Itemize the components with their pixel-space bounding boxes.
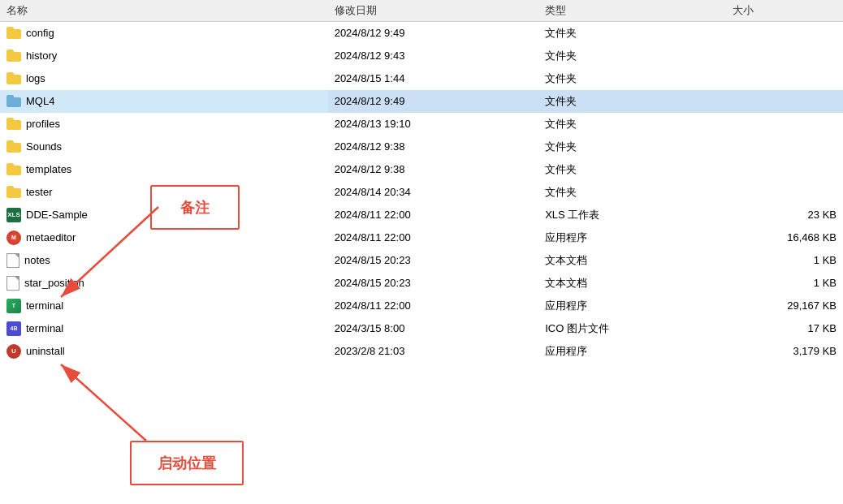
table-row[interactable]: logs2024/8/15 1:44文件夹 <box>0 67 843 90</box>
txt-icon <box>6 276 19 291</box>
file-date: 2024/3/15 8:00 <box>328 317 539 340</box>
file-name: uninstall <box>26 345 65 357</box>
table-row[interactable]: MQL42024/8/12 9:49文件夹 <box>0 90 843 113</box>
file-size: 23 KB <box>726 204 843 226</box>
table-row[interactable]: templates2024/8/12 9:38文件夹 <box>0 158 843 181</box>
file-size: 3,179 KB <box>726 340 843 363</box>
file-name: MQL4 <box>26 95 54 107</box>
file-size <box>726 67 843 90</box>
table-row[interactable]: notes2024/8/15 20:23文本文档1 KB <box>0 249 843 272</box>
file-name: config <box>26 27 54 39</box>
uninstall-icon: U <box>6 344 21 359</box>
col-header-name[interactable]: 名称 <box>0 0 328 22</box>
file-type: 文件夹 <box>538 22 726 45</box>
metaeditor-icon: M <box>6 230 21 245</box>
file-type: 文件夹 <box>538 158 726 181</box>
folder-icon <box>6 163 21 175</box>
file-type: 应用程序 <box>538 226 726 249</box>
file-size: 1 KB <box>726 272 843 295</box>
file-date: 2024/8/12 9:49 <box>328 22 539 45</box>
table-row[interactable]: Sounds2024/8/12 9:38文件夹 <box>0 136 843 158</box>
file-date: 2024/8/13 19:10 <box>328 113 539 136</box>
file-date: 2024/8/12 9:49 <box>328 90 539 113</box>
file-size <box>726 113 843 136</box>
file-type: 文件夹 <box>538 113 726 136</box>
folder-icon <box>6 27 21 39</box>
file-date: 2024/8/11 22:00 <box>328 226 539 249</box>
folder-icon <box>6 186 21 198</box>
col-header-size[interactable]: 大小 <box>726 0 843 22</box>
file-name: templates <box>26 163 71 175</box>
file-date: 2024/8/15 1:44 <box>328 67 539 90</box>
file-date: 2024/8/11 22:00 <box>328 295 539 317</box>
file-type: 应用程序 <box>538 340 726 363</box>
file-type: 文本文档 <box>538 249 726 272</box>
file-name: tester <box>26 186 53 198</box>
file-type: 文件夹 <box>538 45 726 67</box>
xls-icon: XLS <box>6 208 21 222</box>
file-size: 1 KB <box>726 249 843 272</box>
file-list: 名称 修改日期 类型 大小 config2024/8/12 9:49文件夹his… <box>0 0 843 363</box>
folder-icon <box>6 118 21 130</box>
file-name: DDE-Sample <box>26 209 88 221</box>
file-date: 2024/8/11 22:00 <box>328 204 539 226</box>
table-row[interactable]: XLSDDE-Sample2024/8/11 22:00XLS 工作表23 KB <box>0 204 843 226</box>
file-name: metaeditor <box>26 231 76 243</box>
file-size <box>726 22 843 45</box>
file-size <box>726 45 843 67</box>
file-type: 文件夹 <box>538 136 726 158</box>
file-name: notes <box>24 254 50 266</box>
terminal-icon: T <box>6 299 21 313</box>
file-size <box>726 90 843 113</box>
file-date: 2024/8/12 9:38 <box>328 136 539 158</box>
folder-icon <box>6 140 21 153</box>
file-name: terminal <box>26 322 63 334</box>
table-row[interactable]: config2024/8/12 9:49文件夹 <box>0 22 843 45</box>
table-row[interactable]: tester2024/8/14 20:34文件夹 <box>0 181 843 204</box>
file-type: 文件夹 <box>538 181 726 204</box>
ico-icon: 4B <box>6 321 21 336</box>
table-row[interactable]: history2024/8/12 9:43文件夹 <box>0 45 843 67</box>
folder-icon <box>6 95 21 107</box>
txt-icon <box>6 253 19 268</box>
file-type: 文本文档 <box>538 272 726 295</box>
folder-icon <box>6 72 21 84</box>
file-type: XLS 工作表 <box>538 204 726 226</box>
file-type: ICO 图片文件 <box>538 317 726 340</box>
file-size <box>726 158 843 181</box>
file-type: 文件夹 <box>538 90 726 113</box>
file-date: 2024/8/12 9:38 <box>328 158 539 181</box>
file-date: 2024/8/12 9:43 <box>328 45 539 67</box>
table-row[interactable]: Tterminal2024/8/11 22:00应用程序29,167 KB <box>0 295 843 317</box>
file-size: 29,167 KB <box>726 295 843 317</box>
table-row[interactable]: star_position2024/8/15 20:23文本文档1 KB <box>0 272 843 295</box>
file-date: 2024/8/14 20:34 <box>328 181 539 204</box>
file-size <box>726 181 843 204</box>
file-name: history <box>26 50 57 62</box>
file-type: 应用程序 <box>538 295 726 317</box>
col-header-date[interactable]: 修改日期 <box>328 0 539 22</box>
file-name: terminal <box>26 299 63 312</box>
file-name: Sounds <box>26 140 62 153</box>
file-name: logs <box>26 72 45 84</box>
file-type: 文件夹 <box>538 67 726 90</box>
file-size <box>726 136 843 158</box>
table-row[interactable]: Mmetaeditor2024/8/11 22:00应用程序16,468 KB <box>0 226 843 249</box>
table-row[interactable]: profiles2024/8/13 19:10文件夹 <box>0 113 843 136</box>
file-name: profiles <box>26 118 60 130</box>
file-size: 17 KB <box>726 317 843 340</box>
table-row[interactable]: 4Bterminal2024/3/15 8:00ICO 图片文件17 KB <box>0 317 843 340</box>
file-size: 16,468 KB <box>726 226 843 249</box>
col-header-type[interactable]: 类型 <box>538 0 726 22</box>
folder-icon <box>6 50 21 62</box>
file-name: star_position <box>24 277 84 289</box>
file-date: 2023/2/8 21:03 <box>328 340 539 363</box>
file-date: 2024/8/15 20:23 <box>328 272 539 295</box>
table-row[interactable]: Uuninstall2023/2/8 21:03应用程序3,179 KB <box>0 340 843 363</box>
file-date: 2024/8/15 20:23 <box>328 249 539 272</box>
